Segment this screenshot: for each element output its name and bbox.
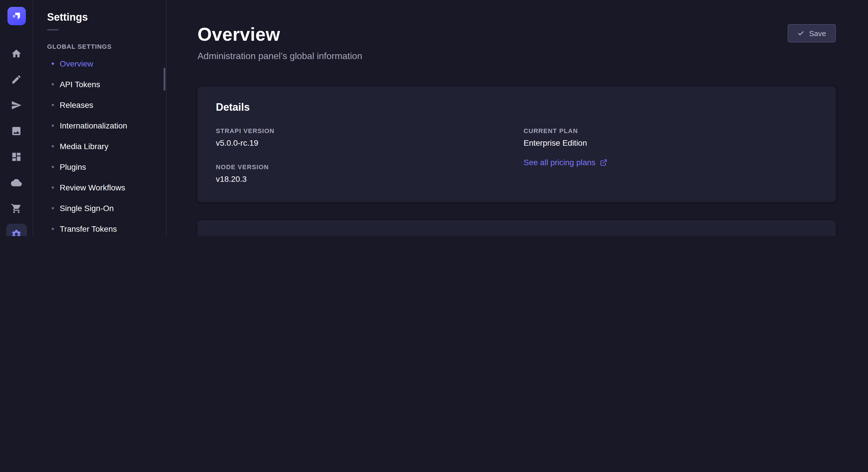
app-window: KD Settings GLOBAL SETTINGS Overview API… (0, 0, 868, 236)
nav-media-library[interactable] (6, 121, 27, 141)
page-header: Overview Administration panel’s global i… (197, 24, 836, 61)
sidebar-item-label: Review Workflows (60, 183, 125, 192)
sidebar-item-label: Releases (60, 100, 93, 109)
save-button[interactable]: Save (788, 24, 836, 42)
main-nav-rail: KD (0, 0, 33, 236)
pricing-plans-link[interactable]: See all pricing plans (524, 158, 608, 167)
layout-icon (11, 151, 22, 162)
customization-card-title: Customization (216, 235, 817, 236)
bullet-icon (52, 166, 54, 168)
details-right-column: CURRENT PLAN Enterprise Edition See all … (524, 127, 817, 183)
cart-icon (11, 203, 22, 214)
node-version-value: v18.20.3 (216, 174, 510, 183)
strapi-version-value: v5.0.0-rc.19 (216, 138, 510, 147)
section-heading: GLOBAL SETTINGS (33, 43, 166, 50)
sidebar-item-label: Transfer Tokens (60, 224, 117, 233)
bullet-icon (52, 83, 54, 86)
nav-releases[interactable] (6, 95, 27, 115)
sidebar-item-label: Media Library (60, 142, 108, 151)
sidebar-item-label: Internationalization (60, 121, 127, 130)
rail-nav (6, 43, 27, 236)
home-icon (11, 48, 22, 59)
pictures-icon (11, 125, 22, 136)
sidebar-item-single-sign-on[interactable]: Single Sign-On (33, 198, 166, 218)
external-link-icon (600, 159, 608, 166)
page-subtitle: Administration panel’s global informatio… (197, 51, 362, 61)
bullet-icon (52, 104, 54, 106)
current-plan-field: CURRENT PLAN Enterprise Edition (524, 127, 817, 147)
sidebar-title: Settings (33, 11, 166, 24)
check-icon (798, 30, 805, 37)
strapi-logo[interactable] (7, 7, 26, 25)
sidebar-item-api-tokens[interactable]: API Tokens (33, 74, 166, 95)
main-content: Overview Administration panel’s global i… (166, 0, 868, 236)
sidebar-item-overview[interactable]: Overview (33, 53, 166, 74)
sidebar-divider (47, 29, 59, 30)
section-global-settings: GLOBAL SETTINGS Overview API Tokens Rele… (33, 43, 166, 236)
pricing-plans-link-label: See all pricing plans (524, 158, 596, 167)
sidebar-item-label: Single Sign-On (60, 204, 114, 213)
nav-home[interactable] (6, 43, 27, 64)
bullet-icon (52, 63, 54, 65)
nav-settings[interactable] (6, 224, 27, 236)
sidebar-item-media-library[interactable]: Media Library (33, 136, 166, 157)
pen-icon (11, 74, 22, 85)
customization-card: Customization Max dimension: 750×750, Ma… (197, 220, 836, 236)
sidebar-item-plugins[interactable]: Plugins (33, 157, 166, 177)
details-card-title: Details (216, 102, 817, 113)
current-plan-label: CURRENT PLAN (524, 127, 817, 134)
details-grid: STRAPI VERSION v5.0.0-rc.19 NODE VERSION… (216, 127, 817, 183)
sidebar-item-label: Plugins (60, 162, 86, 171)
settings-sidebar: Settings GLOBAL SETTINGS Overview API To… (33, 0, 166, 236)
bullet-icon (52, 228, 54, 230)
nav-content-type-builder[interactable] (6, 146, 27, 167)
sidebar-item-releases[interactable]: Releases (33, 95, 166, 115)
details-card: Details STRAPI VERSION v5.0.0-rc.19 NODE… (197, 87, 836, 202)
node-version-label: NODE VERSION (216, 164, 510, 170)
page-title: Overview (197, 24, 362, 45)
bullet-icon (52, 187, 54, 189)
sidebar-item-label: Overview (60, 59, 93, 68)
sidebar-item-label: API Tokens (60, 80, 100, 89)
gear-icon (11, 229, 22, 236)
save-button-label: Save (809, 29, 826, 38)
current-plan-value: Enterprise Edition (524, 138, 817, 147)
sidebar-item-transfer-tokens[interactable]: Transfer Tokens (33, 218, 166, 236)
strapi-version-field: STRAPI VERSION v5.0.0-rc.19 (216, 127, 510, 147)
details-left-column: STRAPI VERSION v5.0.0-rc.19 NODE VERSION… (216, 127, 510, 183)
sidebar-item-review-workflows[interactable]: Review Workflows (33, 177, 166, 198)
nav-marketplace[interactable] (6, 198, 27, 218)
sidebar-item-internationalization[interactable]: Internationalization (33, 115, 166, 136)
bullet-icon (52, 207, 54, 209)
node-version-field: NODE VERSION v18.20.3 (216, 164, 510, 183)
paper-plane-icon (11, 100, 22, 110)
bullet-icon (52, 145, 54, 147)
cloud-icon (11, 177, 22, 188)
bullet-icon (52, 125, 54, 127)
nav-content-manager[interactable] (6, 69, 27, 90)
strapi-logo-icon (11, 10, 22, 22)
strapi-version-label: STRAPI VERSION (216, 127, 510, 134)
page-header-text: Overview Administration panel’s global i… (197, 24, 362, 61)
nav-cloud[interactable] (6, 172, 27, 193)
scrollbar-thumb[interactable] (164, 68, 165, 91)
